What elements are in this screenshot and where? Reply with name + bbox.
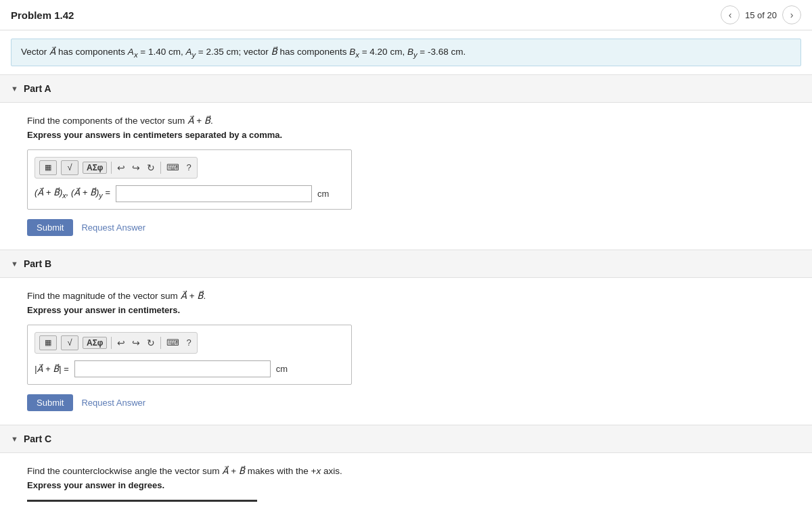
part-c-sub-instruction: Express your answer in degrees. [27,480,785,490]
part-b-toolbar-sep-1 [111,337,112,349]
page-wrapper: Problem 1.42 ‹ 15 of 20 › Vector A⃗ has … [0,0,812,518]
toolbar-sep-2 [160,162,161,174]
part-a-unit: cm [317,189,329,199]
part-b-submit-button[interactable]: Submit [27,394,73,411]
part-c-content: Find the counterclockwise angle the vect… [0,453,812,515]
matrix-icon: ▦ [45,163,51,172]
help-icon[interactable]: ? [185,161,192,174]
part-b-toolbar-sep-2 [160,337,161,349]
part-c-instruction: Find the counterclockwise angle the vect… [27,465,785,476]
part-a-answer-label: (A⃗ + B⃗)x, (A⃗ + B⃗)y = [35,187,110,199]
info-text: Vector A⃗ has components Ax = 1.40 cm, A… [21,47,466,57]
part-a-submit-button[interactable]: Submit [27,219,73,236]
part-b-refresh-icon[interactable]: ↻ [145,336,156,350]
part-b-help-icon[interactable]: ? [185,336,192,349]
sqrt-icon: √ [67,162,72,172]
part-c-arrow: ▼ [11,435,18,443]
part-a-sub-instruction: Express your answers in centimeters sepa… [27,130,785,140]
part-a-label: Part A [24,83,51,94]
part-a-arrow: ▼ [11,85,18,93]
part-a-answer-row: (A⃗ + B⃗)x, (A⃗ + B⃗)y = cm [35,185,344,202]
part-a-btn-row: Submit Request Answer [27,219,785,236]
part-c-bottom-bar [27,500,257,502]
part-b-redo-icon[interactable]: ↪ [131,336,141,350]
part-a-section: ▼ Part A Find the components of the vect… [0,74,812,250]
part-b-toolbar: ▦ √ ΑΣφ ↩ ↪ ↻ ⌨ ? [35,332,198,354]
part-b-input-area: ▦ √ ΑΣφ ↩ ↪ ↻ ⌨ ? |A⃗ [27,325,352,385]
part-b-answer-label: |A⃗ + B⃗| = [35,364,69,374]
part-b-content: Find the magnitude of the vector sum A⃗ … [0,278,812,425]
prev-button[interactable]: ‹ [721,5,740,24]
part-a-answer-input[interactable] [116,185,312,202]
info-box: Vector A⃗ has components Ax = 1.40 cm, A… [11,39,801,66]
part-b-greek-button[interactable]: ΑΣφ [83,337,107,349]
page-count: 15 of 20 [745,10,777,20]
part-b-sub-instruction: Express your answer in centimeters. [27,305,785,315]
problem-title: Problem 1.42 [11,9,74,21]
keyboard-icon[interactable]: ⌨ [165,161,181,174]
part-c-label: Part C [24,433,51,444]
greek-button[interactable]: ΑΣφ [83,162,107,174]
part-b-answer-input[interactable] [74,360,271,377]
part-b-label: Part B [24,258,51,269]
part-a-toolbar: ▦ √ ΑΣφ ↩ ↪ ↻ ⌨ ? [35,157,198,179]
part-a-request-answer[interactable]: Request Answer [81,222,145,233]
part-a-content: Find the components of the vector sum A⃗… [0,103,812,250]
part-b-undo-icon[interactable]: ↩ [116,336,127,350]
part-b-sqrt-button[interactable]: √ [61,335,78,350]
header: Problem 1.42 ‹ 15 of 20 › [0,0,812,30]
sqrt-button[interactable]: √ [61,160,78,175]
part-b-header[interactable]: ▼ Part B [0,250,812,278]
redo-icon[interactable]: ↪ [131,161,141,174]
part-a-input-area: ▦ √ ΑΣφ ↩ ↪ ↻ ⌨ ? (A⃗ [27,149,352,210]
part-b-matrix-button[interactable]: ▦ [39,335,57,350]
part-b-btn-row: Submit Request Answer [27,394,785,411]
matrix-button[interactable]: ▦ [39,160,57,175]
part-b-section: ▼ Part B Find the magnitude of the vecto… [0,250,812,425]
part-b-keyboard-icon[interactable]: ⌨ [165,336,181,349]
toolbar-sep-1 [111,162,112,174]
nav-controls: ‹ 15 of 20 › [721,5,801,24]
part-a-header[interactable]: ▼ Part A [0,75,812,103]
part-b-answer-row: |A⃗ + B⃗| = cm [35,360,344,377]
part-b-instruction: Find the magnitude of the vector sum A⃗ … [27,290,785,301]
undo-icon[interactable]: ↩ [116,161,127,174]
part-c-header[interactable]: ▼ Part C [0,425,812,453]
part-b-arrow: ▼ [11,260,18,268]
next-button[interactable]: › [782,5,801,24]
refresh-icon[interactable]: ↻ [145,161,156,174]
part-a-instruction: Find the components of the vector sum A⃗… [27,115,785,126]
part-b-matrix-icon: ▦ [45,338,51,347]
part-b-unit: cm [276,364,288,374]
part-b-request-answer[interactable]: Request Answer [81,398,145,408]
part-c-section: ▼ Part C Find the counterclockwise angle… [0,425,812,515]
part-b-sqrt-icon: √ [67,337,72,348]
